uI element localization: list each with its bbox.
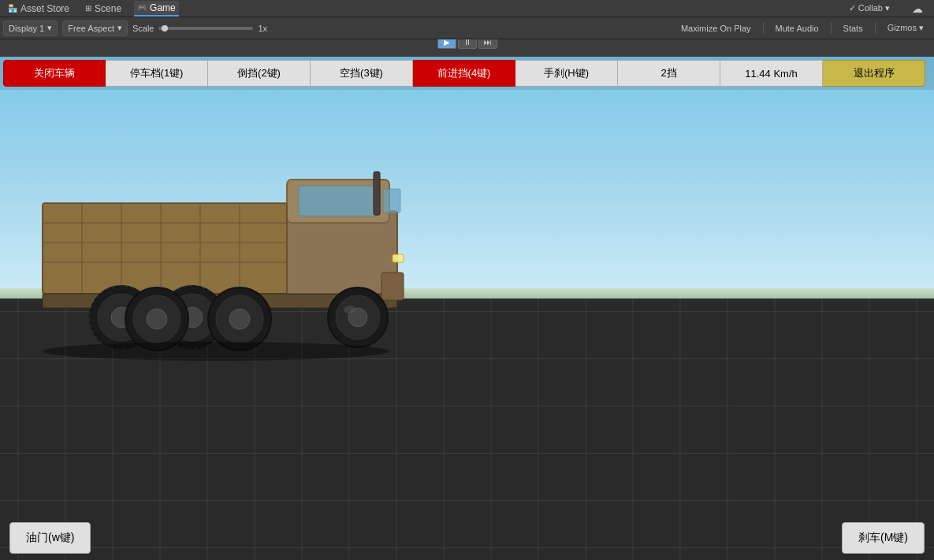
svg-point-34 xyxy=(43,342,389,361)
menu-asset-store[interactable]: 🏪 Asset Store xyxy=(5,2,73,16)
svg-rect-0 xyxy=(271,211,397,298)
display-selector[interactable]: Display 1 ▾ xyxy=(3,20,58,36)
toolbar-right: Maximize On Play Mute Audio Stats Gizmos… xyxy=(674,20,931,36)
stats-button[interactable]: Stats xyxy=(836,20,870,36)
speed-display: 11.44 Km/h xyxy=(720,60,823,87)
svg-rect-4 xyxy=(43,203,287,294)
game-icon: 🎮 xyxy=(137,3,147,12)
svg-rect-14 xyxy=(381,273,404,300)
handbrake-button[interactable]: 手刹(H键) xyxy=(515,60,618,87)
chevron-down-icon: ▾ xyxy=(47,23,52,33)
cloud-button[interactable]: ☁ xyxy=(906,1,929,17)
forward-button[interactable]: 前进挡(4键) xyxy=(413,60,515,87)
svg-point-26 xyxy=(229,309,250,329)
asset-store-icon: 🏪 xyxy=(8,4,17,13)
gear2-button[interactable]: 2挡 xyxy=(618,60,720,87)
collab-button[interactable]: ✓ Collab ▾ xyxy=(843,2,896,15)
aspect-selector[interactable]: Free Aspect ▾ xyxy=(62,20,128,36)
menu-bar: 🏪 Asset Store ⊞ Scene 🎮 Game ✓ Collab ▾ … xyxy=(0,0,934,17)
gizmos-button[interactable]: Gizmos ▾ xyxy=(880,20,931,36)
game-viewport: 关闭车辆 停车档(1键) 倒挡(2键) 空挡(3键) 前进挡(4键) 手刹(H键… xyxy=(0,57,934,560)
brake-button[interactable]: 刹车(M键) xyxy=(842,522,925,554)
mute-audio-button[interactable]: Mute Audio xyxy=(768,20,826,36)
truck-svg xyxy=(19,132,429,369)
game-ui-buttons: 关闭车辆 停车档(1键) 倒挡(2键) 空挡(3键) 前进挡(4键) 手刹(H键… xyxy=(0,57,934,90)
neutral-button[interactable]: 空挡(3键) xyxy=(311,60,413,87)
svg-point-19 xyxy=(344,306,356,313)
game-ui-bottom: 油门(w键) 刹车(M键) xyxy=(0,522,934,554)
throttle-button[interactable]: 油门(w键) xyxy=(9,522,91,554)
toolbar: Display 1 ▾ Free Aspect ▾ Scale 1x Maxim… xyxy=(0,17,934,39)
svg-point-33 xyxy=(147,309,167,329)
reverse-button[interactable]: 倒挡(2键) xyxy=(208,60,311,87)
menu-scene[interactable]: ⊞ Scene xyxy=(82,2,125,16)
maximize-on-play-button[interactable]: Maximize On Play xyxy=(674,20,758,36)
svg-rect-15 xyxy=(374,172,380,215)
close-vehicle-button[interactable]: 关闭车辆 xyxy=(3,60,106,87)
svg-rect-3 xyxy=(383,189,400,213)
menu-game[interactable]: 🎮 Game xyxy=(134,1,179,17)
chevron-down-icon: ▾ xyxy=(117,23,122,33)
game-area: 关闭车辆 停车档(1键) 倒挡(2键) 空挡(3键) 前进挡(4键) 手刹(H键… xyxy=(0,57,934,560)
svg-rect-35 xyxy=(393,254,404,262)
park-button[interactable]: 停车档(1键) xyxy=(106,60,208,87)
truck-container xyxy=(19,132,429,369)
scale-slider[interactable] xyxy=(158,27,253,30)
scale-control: Scale 1x xyxy=(132,24,674,33)
exit-button[interactable]: 退出程序 xyxy=(823,60,925,87)
scene-icon: ⊞ xyxy=(85,4,91,13)
svg-rect-2 xyxy=(299,186,378,216)
